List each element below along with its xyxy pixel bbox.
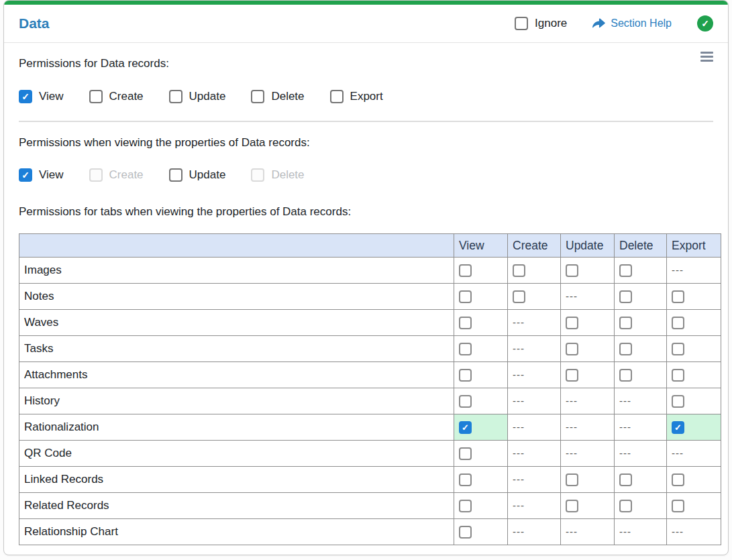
- cell-view: [454, 467, 508, 493]
- permission-checkbox-update[interactable]: Update: [169, 90, 226, 103]
- table-checkbox-view[interactable]: [459, 264, 472, 277]
- table-header-export: Export: [667, 234, 721, 258]
- ignore-checkbox-group[interactable]: Ignore: [515, 17, 567, 30]
- not-applicable-marker: ---: [566, 290, 578, 302]
- hamburger-menu-icon[interactable]: [700, 52, 713, 62]
- table-checkbox-export[interactable]: ✓: [672, 421, 684, 434]
- table-header-view: View: [454, 234, 508, 258]
- not-applicable-marker: ---: [513, 500, 525, 511]
- table-checkbox-delete[interactable]: [619, 290, 632, 303]
- table-checkbox-view[interactable]: [459, 369, 472, 382]
- cell-view: [454, 310, 508, 336]
- section-help-link[interactable]: Section Help: [592, 17, 672, 30]
- table-checkbox-export[interactable]: [672, 395, 684, 408]
- table-checkbox-create[interactable]: [513, 290, 525, 303]
- cell-export: [667, 336, 721, 362]
- not-applicable-marker: ---: [566, 395, 578, 406]
- table-checkbox-view[interactable]: [459, 317, 472, 329]
- table-checkbox-delete[interactable]: [619, 317, 632, 329]
- checkbox-icon[interactable]: [169, 90, 182, 103]
- cell-delete: [615, 362, 667, 388]
- not-applicable-marker: ---: [619, 421, 631, 433]
- table-header-row: ViewCreateUpdateDeleteExport: [19, 234, 721, 258]
- checkbox-icon[interactable]: [169, 168, 182, 182]
- cell-create: ---: [508, 336, 561, 362]
- checkbox-label: Create: [109, 90, 144, 103]
- table-checkbox-delete[interactable]: [619, 369, 632, 382]
- cell-view: [454, 258, 508, 284]
- table-checkbox-view[interactable]: [459, 500, 472, 512]
- cell-create: ---: [508, 493, 561, 519]
- permission-checkbox-view[interactable]: ✓View: [19, 90, 64, 103]
- row-label: QR Code: [19, 441, 454, 467]
- not-applicable-marker: ---: [619, 447, 631, 459]
- checkbox-label: View: [39, 168, 64, 182]
- cell-export: [667, 284, 721, 310]
- forward-arrow-icon: [592, 18, 605, 29]
- table-checkbox-update[interactable]: [566, 343, 578, 355]
- row-label: Relationship Chart: [19, 519, 454, 545]
- permission-checkbox-export[interactable]: Export: [330, 90, 383, 103]
- table-checkbox-view[interactable]: ✓: [459, 421, 472, 434]
- table-checkbox-delete[interactable]: [619, 343, 632, 355]
- cell-delete: [615, 467, 667, 493]
- table-header-create: Create: [508, 234, 561, 258]
- cell-update: ---: [561, 414, 615, 441]
- table-checkbox-export[interactable]: [672, 369, 684, 382]
- table-checkbox-create[interactable]: [513, 264, 525, 277]
- table-checkbox-export[interactable]: [672, 343, 684, 355]
- permission-checkbox-update[interactable]: Update: [169, 168, 226, 182]
- table-row: Linked Records---: [19, 467, 721, 493]
- checkbox-icon[interactable]: ✓: [19, 90, 32, 103]
- table-checkbox-export[interactable]: [672, 473, 684, 486]
- cell-delete: ---: [615, 441, 667, 467]
- cell-delete: ---: [615, 519, 667, 545]
- checkbox-label: View: [39, 90, 64, 103]
- table-checkbox-export[interactable]: [672, 317, 684, 329]
- table-checkbox-update[interactable]: [566, 369, 578, 382]
- table-checkbox-delete[interactable]: [619, 500, 632, 512]
- checkbox-icon[interactable]: [89, 90, 103, 103]
- table-checkbox-update[interactable]: [566, 317, 578, 329]
- checkbox-label: Create: [109, 168, 144, 182]
- table-checkbox-view[interactable]: [459, 290, 472, 303]
- table-checkbox-update[interactable]: [566, 500, 578, 512]
- cell-update: ---: [561, 519, 615, 545]
- cell-export: ---: [667, 519, 721, 545]
- table-checkbox-update[interactable]: [566, 264, 578, 277]
- table-checkbox-export[interactable]: [672, 500, 684, 512]
- table-checkbox-view[interactable]: [459, 395, 472, 408]
- cell-delete: [615, 336, 667, 362]
- cell-export: [667, 388, 721, 414]
- checkbox-icon[interactable]: ✓: [19, 168, 32, 182]
- table-checkbox-view[interactable]: [459, 526, 472, 539]
- table-checkbox-delete[interactable]: [619, 473, 632, 486]
- not-applicable-marker: ---: [566, 526, 578, 537]
- cell-update: [561, 467, 615, 493]
- checkbox-label: Export: [350, 90, 383, 103]
- table-checkbox-view[interactable]: [459, 473, 472, 486]
- table-row: QR Code------------: [19, 441, 721, 467]
- checkbox-icon[interactable]: [330, 90, 344, 103]
- row-label: Attachments: [19, 362, 454, 388]
- table-checkbox-view[interactable]: [459, 447, 472, 460]
- not-applicable-marker: ---: [513, 473, 525, 485]
- header-controls: Ignore Section Help ✓: [515, 15, 713, 32]
- permission-checkbox-view[interactable]: ✓View: [19, 168, 64, 182]
- permission-checkbox-delete[interactable]: Delete: [251, 90, 304, 103]
- table-checkbox-view[interactable]: [459, 343, 472, 355]
- cell-update: [561, 258, 615, 284]
- cell-delete: [615, 493, 667, 519]
- cell-view: [454, 441, 508, 467]
- permission-checkbox-create[interactable]: Create: [89, 90, 144, 103]
- checkbox-icon[interactable]: [251, 90, 264, 103]
- ignore-checkbox[interactable]: [515, 17, 528, 30]
- not-applicable-marker: ---: [672, 526, 684, 537]
- row-label: Related Records: [19, 493, 454, 519]
- records-permissions-label: Permissions for Data records:: [19, 56, 713, 70]
- check-circle-icon[interactable]: ✓: [697, 15, 713, 32]
- table-checkbox-update[interactable]: [566, 473, 578, 486]
- table-checkbox-delete[interactable]: [619, 264, 632, 277]
- table-checkbox-export[interactable]: [672, 290, 684, 303]
- table-row: History---------: [19, 388, 721, 414]
